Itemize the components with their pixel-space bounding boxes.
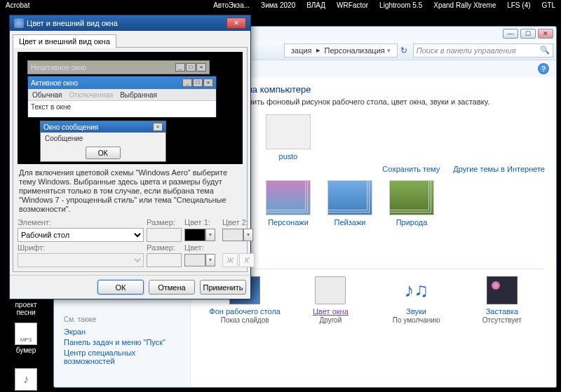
theme-characters[interactable]: Персонажи	[264, 180, 313, 227]
color1-picker[interactable]: ▾	[184, 229, 219, 241]
taskbar-item[interactable]: Lightroom 5.5	[374, 0, 428, 20]
icon-label: бумер	[8, 346, 43, 354]
preview-inactive-window: Неактивное окно _□×	[27, 60, 210, 74]
help-icon[interactable]: ?	[538, 63, 549, 74]
dialog-titlebar[interactable]: Цвет и внешний вид окна ✕	[10, 15, 250, 31]
color-swatch	[184, 254, 205, 266]
color-appearance-dialog: Цвет и внешний вид окна ✕ Цвет и внешний…	[9, 15, 251, 299]
color-label: Цвет:	[184, 243, 219, 252]
min-icon: _	[182, 79, 192, 87]
icon-label: проект песни	[8, 301, 43, 316]
preview-menu: Обычная Отключенная Выбранная	[28, 89, 216, 100]
theme-thumb	[389, 180, 434, 215]
max-icon: □	[193, 79, 203, 87]
theme-actions: Сохранить тему Другие темы в Интернете	[202, 165, 545, 173]
theme-thumb	[266, 114, 311, 149]
minimize-button[interactable]: —	[503, 29, 518, 39]
sidebar-link-display[interactable]: Экран	[64, 327, 180, 336]
bold-button: Ж	[222, 253, 238, 267]
breadcrumb[interactable]: зация ▸ Персонализация ▾	[284, 43, 398, 58]
element-label: Элемент:	[18, 218, 144, 227]
theme-landscapes[interactable]: Пейзажи	[325, 180, 374, 227]
preview-message-box: Окно сообщения× Сообщение OK	[40, 121, 166, 162]
color-swatch	[222, 229, 243, 241]
font-size-input	[147, 253, 182, 267]
desktop-mp3[interactable]: MP3 бумер	[8, 323, 43, 354]
chevron-down-icon: ▾	[205, 254, 215, 266]
preview-area: Неактивное окно _□× Активное окно _□× Об…	[18, 52, 243, 164]
my-themes-row: 🅐 AKRAPOVIČ Akrapovic pusto	[202, 114, 545, 161]
bottom-row: Фон рабочего стола Показ слайдов Цвет ок…	[202, 269, 545, 324]
theme-thumb	[266, 180, 311, 215]
preview-text: Текст в окне	[28, 100, 216, 117]
close-icon: ×	[196, 63, 206, 72]
sidebar-title: См. также	[64, 316, 180, 323]
save-theme-link[interactable]: Сохранить тему	[382, 165, 440, 173]
taskbar-item[interactable]: WRFactor	[331, 0, 374, 20]
search-icon: 🔍	[540, 46, 550, 55]
maximize-button[interactable]: ☐	[520, 29, 536, 39]
taskbar-item[interactable]: LFS (4)	[501, 0, 536, 20]
size2-label: Размер:	[147, 243, 182, 252]
dialog-close-button[interactable]: ✕	[227, 18, 246, 29]
mp3-icon: MP3	[15, 323, 37, 345]
dialog-icon	[14, 18, 24, 28]
screensaver-button[interactable]: Заставка Отсутствует	[464, 276, 540, 324]
taskbar-item[interactable]: ВЛАД	[301, 0, 331, 20]
search-input[interactable]: Поиск в панели управления 🔍	[413, 43, 553, 58]
ok-button[interactable]: ОК	[97, 280, 144, 295]
sound-icon: ♪♫	[401, 276, 432, 304]
online-themes-link[interactable]: Другие темы в Интернете	[453, 165, 545, 173]
page-desc: еменно изменить фоновый рисунок рабочего…	[202, 97, 545, 106]
min-icon: _	[175, 63, 185, 72]
page-title: ия и звука на компьютере	[202, 84, 545, 95]
apply-button[interactable]: Применить	[200, 280, 246, 295]
desktop-music[interactable]: ♪	[8, 368, 43, 392]
dialog-footer: ОК Отмена Применить	[10, 275, 250, 299]
font-style-buttons: Ж К	[222, 253, 257, 267]
taskbar-item[interactable]: GTL	[536, 0, 561, 20]
dialog-tab[interactable]: Цвет и внешний вид окна	[13, 34, 116, 48]
screensaver-icon	[487, 276, 518, 304]
close-icon: ×	[203, 79, 213, 87]
element-select[interactable]: Рабочий стол	[18, 228, 144, 242]
theme-nature[interactable]: Природа	[387, 180, 436, 227]
sidebar-link-accessibility[interactable]: Центр специальных возможностей	[64, 349, 180, 365]
color2-picker: ▾	[222, 229, 257, 241]
music-icon: ♪	[15, 368, 37, 391]
taskbar-item[interactable]: Зима 2020	[255, 0, 301, 20]
preview-ok-button: OK	[86, 147, 121, 159]
close-icon: ×	[153, 123, 163, 131]
window-color-button[interactable]: Цвет окна Другой	[292, 276, 368, 324]
font-select	[18, 253, 144, 267]
font-color-picker: ▾	[184, 254, 219, 266]
color2-label: Цвет 2:	[222, 218, 257, 227]
chevron-down-icon: ▾	[205, 229, 215, 241]
preview-active-window: Активное окно _□× Обычная Отключенная Вы…	[27, 76, 217, 118]
font-label: Шрифт:	[18, 243, 144, 252]
color1-label: Цвет 1:	[184, 218, 219, 227]
sidebar-link-taskbar[interactable]: Панель задач и меню "Пуск"	[64, 338, 180, 346]
dialog-description: Для включения цветовой схемы "Windows Ae…	[18, 164, 243, 218]
italic-button: К	[239, 253, 255, 267]
sounds-button[interactable]: ♪♫ Звуки По умолчанию	[379, 276, 454, 324]
cancel-button[interactable]: Отмена	[149, 280, 195, 295]
max-icon: □	[186, 63, 196, 72]
close-button[interactable]: ✕	[538, 29, 553, 39]
theme-pusto[interactable]: pusto	[264, 114, 313, 161]
size-input	[147, 228, 182, 242]
taskbar-item[interactable]: Xpand Rally Xtreme	[428, 0, 501, 20]
chevron-down-icon: ▾	[243, 229, 253, 241]
settings-grid: Элемент: Размер: Цвет 1: Цвет 2: Рабочий…	[18, 218, 243, 267]
window-controls: — ☐ ✕	[503, 29, 553, 39]
color-swatch	[184, 229, 205, 241]
dialog-title: Цвет и внешний вид окна	[27, 19, 118, 27]
refresh-button[interactable]: ↻	[400, 46, 407, 55]
theme-thumb	[327, 180, 372, 215]
size-label: Размер:	[147, 218, 182, 227]
color-icon	[315, 276, 346, 304]
